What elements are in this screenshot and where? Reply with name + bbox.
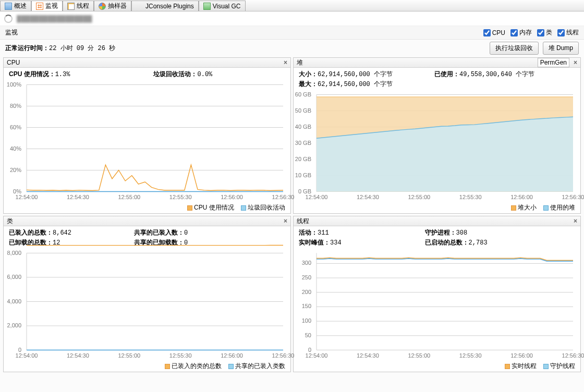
legend-swatch-icon	[165, 364, 170, 369]
stat-label: 守护进程：	[425, 229, 456, 236]
svg-text:12:54:00: 12:54:00	[306, 352, 328, 359]
application-name: █████████████████	[17, 15, 92, 22]
stat-label: CPU 使用情况：	[9, 70, 55, 78]
stat-label: 共享的已装入数：	[134, 229, 184, 236]
metric-toggle-group: CPU 内存 类 线程	[483, 28, 579, 37]
tab-label: JConsole Plugins	[145, 3, 194, 10]
svg-text:30 GB: 30 GB	[295, 140, 311, 146]
gc-activity-value: 0.0%	[197, 71, 212, 78]
svg-text:250: 250	[302, 274, 311, 280]
cpu-panel: CPU × CPU 使用情况：1.3% 垃圾回收活动：0.0% 0%20%40%…	[3, 57, 291, 214]
svg-text:20 GB: 20 GB	[295, 156, 311, 162]
svg-text:40%: 40%	[10, 145, 21, 152]
stat-label: 已装入的总数：	[9, 229, 53, 236]
classes-shared-loaded-value: 0	[184, 229, 188, 237]
svg-text:12:54:30: 12:54:30	[357, 194, 379, 200]
monitor-section-header: 监视 CPU 内存 类 线程	[0, 26, 584, 40]
section-title: 监视	[5, 28, 18, 37]
stat-label: 大小：	[299, 70, 318, 78]
stat-label: 已启动的总数：	[425, 239, 469, 246]
charts-grid: CPU × CPU 使用情况：1.3% 垃圾回收活动：0.0% 0%20%40%…	[0, 56, 584, 373]
threads-chart: 05010015020025030012:54:0012:54:3012:55:…	[314, 249, 576, 360]
svg-text:300: 300	[302, 260, 311, 266]
threads-peak-value: 334	[330, 239, 342, 247]
tab-threads[interactable]: 线程	[63, 1, 94, 11]
tab-label: 概述	[14, 2, 27, 10]
classes-chart: 02,0004,0006,0008,00012:54:0012:54:3012:…	[25, 249, 286, 360]
heap-panel: 堆 PermGen × 大小：62,914,560,000 个字节 最大：62,…	[293, 57, 581, 214]
legend-swatch-icon	[543, 364, 549, 369]
svg-text:50: 50	[305, 332, 311, 338]
svg-text:6,000: 6,000	[7, 274, 21, 280]
close-icon[interactable]: ×	[574, 217, 577, 225]
panel-title: 堆	[297, 58, 303, 67]
tab-monitor[interactable]: 监视	[31, 1, 63, 11]
svg-text:100: 100	[302, 317, 311, 324]
uptime-value: 22 小时 09 分 26 秒	[49, 45, 115, 52]
svg-text:60 GB: 60 GB	[295, 91, 311, 97]
svg-text:12:54:30: 12:54:30	[357, 352, 379, 359]
tab-jconsole[interactable]: JConsole Plugins	[131, 1, 199, 11]
legend-swatch-icon	[511, 205, 516, 211]
visualgc-icon	[203, 3, 211, 10]
svg-text:2,000: 2,000	[7, 322, 21, 328]
tab-label: 抽样器	[108, 2, 127, 10]
cpu-usage-value: 1.3%	[55, 71, 70, 78]
stat-label: 共享的已卸载数：	[134, 239, 184, 246]
threads-legend: 实时线程 守护线程	[294, 361, 580, 372]
toggle-classes[interactable]: 类	[537, 28, 552, 37]
stat-label: 垃圾回收活动：	[153, 70, 197, 78]
tab-visualgc[interactable]: Visual GC	[199, 1, 246, 11]
panel-title: 类	[7, 217, 13, 226]
heap-chart: 0 GB10 GB20 GB30 GB40 GB50 GB60 GB12:54:…	[314, 91, 576, 202]
svg-text:150: 150	[302, 303, 311, 309]
classes-loaded-value: 8,642	[53, 229, 71, 237]
svg-text:40 GB: 40 GB	[295, 124, 311, 130]
close-icon[interactable]: ×	[284, 59, 287, 66]
svg-text:4,000: 4,000	[7, 298, 21, 304]
panel-title: CPU	[7, 59, 20, 66]
svg-text:12:56:00: 12:56:00	[221, 352, 243, 359]
svg-text:12:55:30: 12:55:30	[459, 352, 482, 359]
svg-text:12:54:30: 12:54:30	[67, 194, 89, 200]
heap-legend: 堆大小 使用的堆	[294, 203, 580, 213]
svg-text:12:56:00: 12:56:00	[510, 352, 533, 359]
svg-text:12:56:30: 12:56:30	[272, 352, 295, 359]
legend-swatch-icon	[228, 364, 234, 369]
heap-metaspace-selector[interactable]: PermGen	[538, 58, 569, 67]
legend-swatch-icon	[187, 205, 192, 211]
uptime-action-row: 正常运行时间：22 小时 09 分 26 秒 执行垃圾回收 堆 Dump	[0, 40, 584, 56]
svg-text:12:55:00: 12:55:00	[408, 352, 430, 359]
svg-text:50 GB: 50 GB	[295, 107, 311, 114]
cpu-chart: 0%20%40%60%80%100%12:54:0012:54:3012:55:…	[25, 81, 286, 202]
svg-text:12:56:30: 12:56:30	[562, 352, 584, 359]
threads-icon	[67, 3, 75, 10]
heap-dump-button[interactable]: 堆 Dump	[543, 42, 579, 55]
tab-overview[interactable]: 概述	[0, 1, 31, 11]
plugin-icon	[136, 3, 143, 10]
tab-label: 监视	[45, 2, 58, 10]
toggle-threads[interactable]: 线程	[557, 28, 579, 37]
application-title-row: █████████████████	[0, 11, 584, 26]
perform-gc-button[interactable]: 执行垃圾回收	[490, 42, 539, 55]
classes-legend: 已装入的类的总数 共享的已装入类数	[4, 361, 290, 372]
svg-text:12:54:00: 12:54:00	[16, 352, 38, 359]
toggle-memory[interactable]: 内存	[510, 28, 532, 37]
legend-swatch-icon	[543, 205, 549, 211]
toggle-cpu[interactable]: CPU	[483, 28, 505, 37]
svg-text:12:56:00: 12:56:00	[510, 194, 533, 200]
uptime-label: 正常运行时间：	[5, 44, 49, 52]
svg-text:12:55:30: 12:55:30	[169, 352, 192, 359]
svg-text:12:55:00: 12:55:00	[118, 352, 140, 359]
threads-live-value: 311	[318, 229, 329, 237]
svg-text:12:55:30: 12:55:30	[459, 194, 482, 200]
svg-text:200: 200	[302, 289, 311, 295]
close-icon[interactable]: ×	[574, 59, 577, 66]
svg-text:60%: 60%	[10, 124, 21, 130]
cpu-legend: CPU 使用情况 垃圾回收活动	[4, 203, 290, 213]
svg-text:12:55:30: 12:55:30	[169, 194, 192, 200]
threads-started-value: 2,783	[469, 239, 488, 247]
overview-icon	[5, 3, 12, 10]
tab-sampler[interactable]: 抽样器	[94, 1, 131, 11]
close-icon[interactable]: ×	[284, 217, 287, 225]
